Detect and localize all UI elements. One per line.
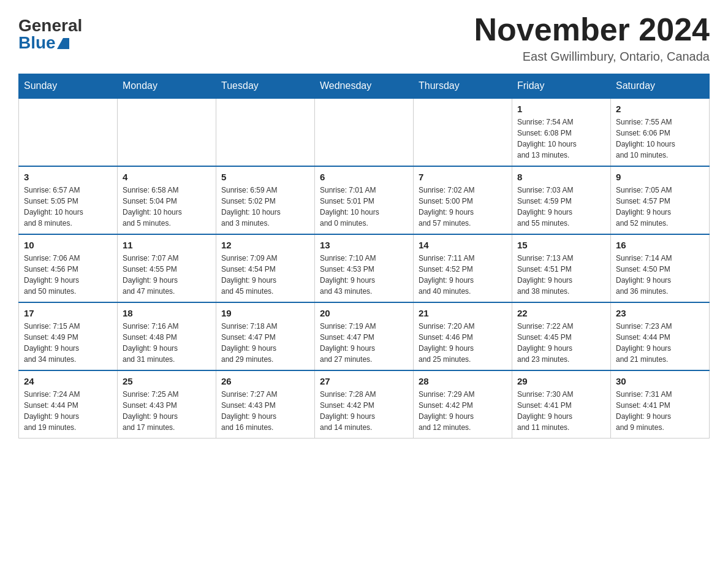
calendar-cell: 26Sunrise: 7:27 AM Sunset: 4:43 PM Dayli…	[216, 370, 315, 439]
calendar-cell: 1Sunrise: 7:54 AM Sunset: 6:08 PM Daylig…	[512, 98, 611, 166]
calendar-cell: 18Sunrise: 7:16 AM Sunset: 4:48 PM Dayli…	[118, 302, 216, 370]
calendar-cell	[315, 98, 414, 166]
day-info: Sunrise: 7:01 AM Sunset: 5:01 PM Dayligh…	[320, 185, 408, 229]
calendar-cell: 25Sunrise: 7:25 AM Sunset: 4:43 PM Dayli…	[118, 370, 216, 439]
calendar-cell	[118, 98, 216, 166]
day-info: Sunrise: 7:13 AM Sunset: 4:51 PM Dayligh…	[517, 253, 605, 297]
calendar-cell: 23Sunrise: 7:23 AM Sunset: 4:44 PM Dayli…	[611, 302, 710, 370]
day-number: 26	[221, 376, 309, 386]
day-number: 2	[616, 104, 704, 114]
day-number: 12	[221, 240, 309, 250]
calendar-cell: 6Sunrise: 7:01 AM Sunset: 5:01 PM Daylig…	[315, 166, 414, 234]
day-number: 19	[221, 308, 309, 318]
day-number: 15	[517, 240, 605, 250]
day-info: Sunrise: 7:07 AM Sunset: 4:55 PM Dayligh…	[123, 253, 211, 297]
day-header-friday: Friday	[512, 74, 611, 99]
day-info: Sunrise: 7:55 AM Sunset: 6:06 PM Dayligh…	[616, 117, 704, 161]
day-info: Sunrise: 7:54 AM Sunset: 6:08 PM Dayligh…	[517, 117, 605, 161]
day-info: Sunrise: 7:11 AM Sunset: 4:52 PM Dayligh…	[419, 253, 507, 297]
day-header-saturday: Saturday	[611, 74, 710, 99]
calendar-week-row: 10Sunrise: 7:06 AM Sunset: 4:56 PM Dayli…	[19, 234, 710, 302]
calendar-cell: 19Sunrise: 7:18 AM Sunset: 4:47 PM Dayli…	[216, 302, 315, 370]
day-number: 3	[24, 172, 112, 182]
day-number: 5	[221, 172, 309, 182]
day-info: Sunrise: 7:05 AM Sunset: 4:57 PM Dayligh…	[616, 185, 704, 229]
day-number: 1	[517, 104, 605, 114]
day-number: 7	[419, 172, 507, 182]
day-number: 21	[419, 308, 507, 318]
day-info: Sunrise: 7:22 AM Sunset: 4:45 PM Dayligh…	[517, 321, 605, 365]
calendar-cell: 21Sunrise: 7:20 AM Sunset: 4:46 PM Dayli…	[414, 302, 512, 370]
day-number: 14	[419, 240, 507, 250]
calendar-cell: 28Sunrise: 7:29 AM Sunset: 4:42 PM Dayli…	[414, 370, 512, 439]
day-number: 10	[24, 240, 112, 250]
day-number: 16	[616, 240, 704, 250]
day-info: Sunrise: 7:29 AM Sunset: 4:42 PM Dayligh…	[419, 389, 507, 433]
calendar-cell: 14Sunrise: 7:11 AM Sunset: 4:52 PM Dayli…	[414, 234, 512, 302]
calendar-cell: 22Sunrise: 7:22 AM Sunset: 4:45 PM Dayli…	[512, 302, 611, 370]
day-info: Sunrise: 7:18 AM Sunset: 4:47 PM Dayligh…	[221, 321, 309, 365]
day-info: Sunrise: 7:19 AM Sunset: 4:47 PM Dayligh…	[320, 321, 408, 365]
calendar-cell: 29Sunrise: 7:30 AM Sunset: 4:41 PM Dayli…	[512, 370, 611, 439]
calendar-cell	[216, 98, 315, 166]
day-number: 18	[123, 308, 211, 318]
logo-triangle-icon	[57, 38, 69, 49]
day-info: Sunrise: 6:59 AM Sunset: 5:02 PM Dayligh…	[221, 185, 309, 229]
day-number: 6	[320, 172, 408, 182]
day-info: Sunrise: 7:02 AM Sunset: 5:00 PM Dayligh…	[419, 185, 507, 229]
calendar-header-row: SundayMondayTuesdayWednesdayThursdayFrid…	[19, 74, 710, 99]
logo: General Blue	[18, 12, 82, 52]
calendar-cell: 11Sunrise: 7:07 AM Sunset: 4:55 PM Dayli…	[118, 234, 216, 302]
calendar-week-row: 3Sunrise: 6:57 AM Sunset: 5:05 PM Daylig…	[19, 166, 710, 234]
day-number: 30	[616, 376, 704, 386]
day-number: 29	[517, 376, 605, 386]
calendar-week-row: 1Sunrise: 7:54 AM Sunset: 6:08 PM Daylig…	[19, 98, 710, 166]
day-header-sunday: Sunday	[19, 74, 118, 99]
calendar-cell: 27Sunrise: 7:28 AM Sunset: 4:42 PM Dayli…	[315, 370, 414, 439]
day-number: 25	[123, 376, 211, 386]
calendar-cell: 8Sunrise: 7:03 AM Sunset: 4:59 PM Daylig…	[512, 166, 611, 234]
day-info: Sunrise: 7:15 AM Sunset: 4:49 PM Dayligh…	[24, 321, 112, 365]
calendar-cell: 16Sunrise: 7:14 AM Sunset: 4:50 PM Dayli…	[611, 234, 710, 302]
day-header-wednesday: Wednesday	[315, 74, 414, 99]
calendar-cell: 2Sunrise: 7:55 AM Sunset: 6:06 PM Daylig…	[611, 98, 710, 166]
day-number: 20	[320, 308, 408, 318]
header: General Blue November 2024 East Gwillimb…	[18, 12, 710, 64]
calendar-cell: 10Sunrise: 7:06 AM Sunset: 4:56 PM Dayli…	[19, 234, 118, 302]
day-info: Sunrise: 7:30 AM Sunset: 4:41 PM Dayligh…	[517, 389, 605, 433]
day-info: Sunrise: 6:57 AM Sunset: 5:05 PM Dayligh…	[24, 185, 112, 229]
day-info: Sunrise: 7:31 AM Sunset: 4:41 PM Dayligh…	[616, 389, 704, 433]
day-info: Sunrise: 7:23 AM Sunset: 4:44 PM Dayligh…	[616, 321, 704, 365]
calendar-cell: 5Sunrise: 6:59 AM Sunset: 5:02 PM Daylig…	[216, 166, 315, 234]
calendar-cell: 24Sunrise: 7:24 AM Sunset: 4:44 PM Dayli…	[19, 370, 118, 439]
location-subtitle: East Gwillimbury, Ontario, Canada	[474, 50, 710, 64]
calendar-cell: 17Sunrise: 7:15 AM Sunset: 4:49 PM Dayli…	[19, 302, 118, 370]
day-header-tuesday: Tuesday	[216, 74, 315, 99]
calendar-cell	[19, 98, 118, 166]
day-header-monday: Monday	[118, 74, 216, 99]
day-info: Sunrise: 7:25 AM Sunset: 4:43 PM Dayligh…	[123, 389, 211, 433]
day-number: 23	[616, 308, 704, 318]
title-area: November 2024 East Gwillimbury, Ontario,…	[474, 12, 710, 64]
day-info: Sunrise: 7:20 AM Sunset: 4:46 PM Dayligh…	[419, 321, 507, 365]
day-info: Sunrise: 7:06 AM Sunset: 4:56 PM Dayligh…	[24, 253, 112, 297]
day-info: Sunrise: 7:14 AM Sunset: 4:50 PM Dayligh…	[616, 253, 704, 297]
calendar-cell: 9Sunrise: 7:05 AM Sunset: 4:57 PM Daylig…	[611, 166, 710, 234]
day-info: Sunrise: 7:09 AM Sunset: 4:54 PM Dayligh…	[221, 253, 309, 297]
month-title: November 2024	[474, 12, 710, 47]
day-info: Sunrise: 7:16 AM Sunset: 4:48 PM Dayligh…	[123, 321, 211, 365]
day-number: 9	[616, 172, 704, 182]
calendar-cell: 20Sunrise: 7:19 AM Sunset: 4:47 PM Dayli…	[315, 302, 414, 370]
day-number: 13	[320, 240, 408, 250]
calendar-week-row: 17Sunrise: 7:15 AM Sunset: 4:49 PM Dayli…	[19, 302, 710, 370]
calendar-table: SundayMondayTuesdayWednesdayThursdayFrid…	[18, 74, 710, 439]
day-number: 11	[123, 240, 211, 250]
day-number: 17	[24, 308, 112, 318]
calendar-cell: 13Sunrise: 7:10 AM Sunset: 4:53 PM Dayli…	[315, 234, 414, 302]
calendar-cell	[414, 98, 512, 166]
calendar-week-row: 24Sunrise: 7:24 AM Sunset: 4:44 PM Dayli…	[19, 370, 710, 439]
logo-blue-text: Blue	[18, 34, 69, 52]
day-number: 22	[517, 308, 605, 318]
day-number: 27	[320, 376, 408, 386]
day-info: Sunrise: 7:28 AM Sunset: 4:42 PM Dayligh…	[320, 389, 408, 433]
